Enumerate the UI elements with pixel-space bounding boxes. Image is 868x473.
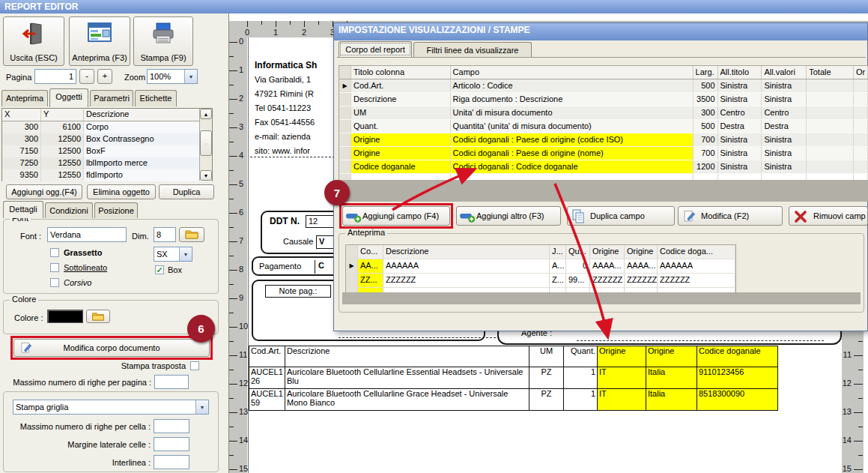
grid-mode-select[interactable]: Stampa griglia ▼: [13, 400, 209, 415]
ruler-tick: [229, 170, 234, 171]
max-rows-cell-input[interactable]: [154, 419, 189, 433]
add-field-button[interactable]: Aggiungi campo (F4): [342, 206, 450, 226]
note-bottom-dashed: [339, 337, 496, 338]
tab-parametri[interactable]: Parametri: [90, 90, 133, 106]
scroll-down-icon[interactable]: ▼: [200, 170, 212, 181]
preview-group: Anteprima Co... Descrizione J... Qu... O…: [339, 233, 864, 313]
object-row[interactable]: 9350 12550 fldImporto: [2, 169, 212, 181]
object-row[interactable]: 300 6100 Corpo: [2, 121, 212, 133]
duplicate-field-button[interactable]: Duplica campo: [567, 206, 675, 226]
objects-list-header[interactable]: X Y Descrizione: [2, 109, 212, 121]
bold-checkbox[interactable]: [50, 248, 59, 257]
tab-posizione[interactable]: Posizione: [94, 202, 138, 218]
page-input[interactable]: [34, 69, 76, 84]
ruler-tick: [261, 21, 262, 25]
cell-margin-input[interactable]: [154, 437, 189, 451]
scroll-up-icon[interactable]: ▲: [200, 109, 212, 119]
company-name: Informatica Sh: [255, 58, 317, 73]
causale-label: Causale: [283, 237, 313, 246]
tab-etichette[interactable]: Etichette: [135, 90, 177, 106]
duplicate-object-button[interactable]: Duplica: [159, 184, 214, 199]
color-picker-button[interactable]: [86, 310, 110, 323]
field-row-highlighted[interactable]: Origine Codici doganali : Paese di origi…: [339, 133, 868, 147]
ruler-tick: [229, 313, 234, 313]
color-swatch[interactable]: [47, 310, 83, 323]
font-size-input[interactable]: [154, 227, 176, 242]
objects-scrollbar[interactable]: ▲ ⁙ ▼: [199, 109, 212, 181]
field-row[interactable]: UM Unita' di misura documento 300 Centro…: [339, 106, 868, 120]
ruler-tick: [229, 256, 234, 256]
ruler-tick: [247, 21, 248, 27]
field-row[interactable]: ▶ Cod.Art. Articolo : Codice 500 Sinistr…: [339, 79, 868, 93]
exit-button[interactable]: Uscita (ESC): [3, 16, 64, 66]
add-object-button[interactable]: Aggiungi ogg.(F4): [6, 184, 82, 199]
tab-condizioni[interactable]: Condizioni: [45, 202, 93, 218]
window-titlebar[interactable]: REPORT EDITOR: [0, 0, 868, 13]
ruler-number: 11: [842, 350, 852, 359]
ruler-tick: [229, 270, 237, 271]
underline-checkbox[interactable]: [50, 263, 59, 272]
scrollbar-thumb[interactable]: ⁙: [200, 130, 212, 156]
remove-field-label: Rimuovi camp: [813, 211, 866, 220]
ruler-tick: [276, 21, 276, 27]
print-button[interactable]: Stampa (F9): [133, 16, 193, 66]
page-label: Pagina: [6, 73, 31, 82]
document-table-row: AUCEL159 Auricolare Bluetooth Cellularli…: [249, 389, 778, 411]
ruler-number: 6: [239, 208, 243, 217]
ruler-number: 14: [239, 436, 248, 445]
box-checkbox[interactable]: ✓: [155, 265, 164, 274]
ruler-tick: [229, 142, 234, 142]
zoom-select[interactable]: 100% ▼: [147, 69, 198, 84]
field-row[interactable]: Descrizione Riga documento : Descrizione…: [339, 93, 868, 106]
fields-grid-header[interactable]: Titolo colonna Campo Larg. All.titolo Al…: [339, 66, 868, 79]
tab-oggetti[interactable]: Oggetti: [49, 88, 88, 107]
field-row[interactable]: Quant. Quantita' (unita' di misura docum…: [339, 120, 868, 133]
ruler-number: 3: [239, 122, 243, 131]
copy-icon: [571, 209, 585, 224]
ruler-tick: [229, 227, 234, 228]
document-table-header: Cod.Art. Descrizione UM Quant. Origine O…: [249, 346, 778, 367]
object-row[interactable]: 300 12500 Box Contrassegno: [2, 133, 212, 145]
fields-grid: Titolo colonna Campo Larg. All.titolo Al…: [339, 65, 868, 187]
line-spacing-input[interactable]: [154, 455, 189, 469]
ruler-number: 14: [842, 436, 852, 445]
remove-field-button[interactable]: Rimuovi camp: [789, 206, 868, 226]
align-select[interactable]: SX ▼: [154, 247, 192, 262]
transposed-checkbox[interactable]: [190, 361, 199, 370]
page-minus-button[interactable]: -: [79, 69, 94, 84]
field-row-highlighted[interactable]: Origine Codici doganali : Paese di origi…: [339, 147, 868, 160]
preview-button-label: Anteprima (F3): [72, 53, 127, 62]
pcol-origine1: Origine: [590, 245, 625, 259]
preview-row[interactable]: ▶ AA... AAAAAA A... 0 AAAA... AAAA... AA…: [346, 259, 735, 274]
edit-field-label: Modifica (F2): [701, 211, 749, 220]
font-picker-button[interactable]: [179, 227, 204, 242]
italic-checkbox[interactable]: [50, 278, 59, 287]
max-rows-cell-label: Massimo numero di righe per cella :: [10, 422, 151, 431]
tab-dettagli[interactable]: Dettagli: [3, 201, 43, 218]
document-table-row: AUCEL126 Auricolare Bluetooth Cellularli…: [249, 367, 778, 389]
preview-header[interactable]: Co... Descrizione J... Qu... Origine Ori…: [346, 245, 735, 259]
tab-anteprima[interactable]: Anteprima: [1, 90, 48, 106]
vertical-ruler-left: 0123456789101112131415: [229, 37, 247, 473]
object-row[interactable]: 7150 12500 BoxF: [2, 145, 212, 157]
add-other-button[interactable]: Aggiungi altro (F3): [456, 206, 561, 226]
max-rows-page-input[interactable]: [154, 375, 189, 389]
dialog-titlebar[interactable]: IMPOSTAZIONE VISUALIZZAZIONI / STAMPE: [334, 23, 867, 40]
ruler-number: 11: [239, 350, 247, 359]
delete-object-button[interactable]: Elimina oggetto: [87, 184, 156, 199]
dialog-tab-corpo[interactable]: Corpo del report: [339, 41, 412, 57]
ruler-tick: [858, 455, 863, 456]
pcol-desc: Descrizione: [383, 245, 550, 259]
object-row[interactable]: 7250 12550 lblImporto merce: [2, 157, 212, 169]
ruler-tick: [318, 21, 319, 25]
preview-button[interactable]: Anteprima (F3): [69, 16, 130, 66]
edit-field-button[interactable]: Modifica (F2): [678, 206, 783, 226]
preview-row[interactable]: ZZ... ZZZZZZ Z... 99... ZZZZZZ ZZZZZZ ZZ…: [346, 274, 735, 288]
ruler-tick: [229, 56, 234, 57]
modify-body-button[interactable]: Modifica corpo documento: [13, 339, 210, 357]
field-row-highlighted[interactable]: Codice doganale Codici doganali : Codice…: [339, 160, 868, 174]
font-name-input[interactable]: [47, 227, 127, 242]
page-plus-button[interactable]: +: [97, 69, 112, 84]
dialog-tab-filtri[interactable]: Filtri linee da visualizzare: [413, 42, 532, 57]
col-allvalori: All.valori: [762, 66, 807, 79]
